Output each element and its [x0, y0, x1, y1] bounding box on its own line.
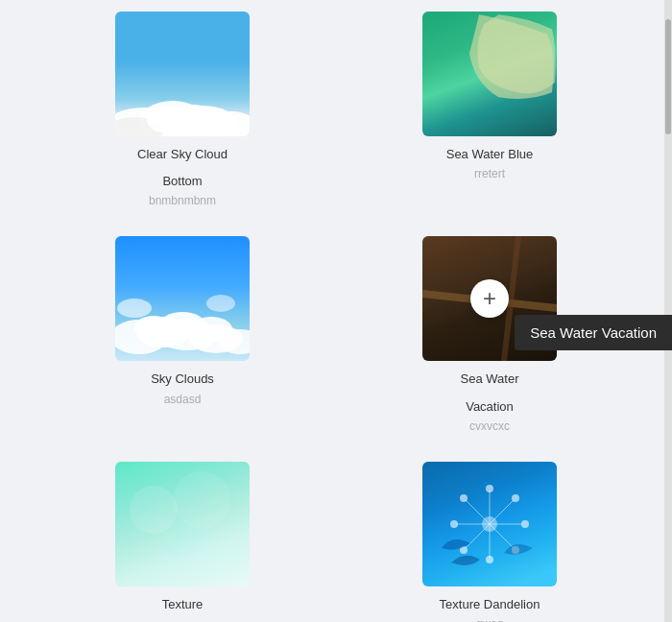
svg-point-14 [190, 317, 232, 342]
svg-point-33 [450, 520, 458, 528]
item-title2: Bottom [162, 173, 202, 190]
tooltip-text: Sea Water Vacation [530, 324, 657, 341]
list-item[interactable]: Sky Clouds asdasd [29, 225, 336, 449]
thumbnail [422, 12, 557, 136]
scrollbar-thumb[interactable] [665, 19, 671, 134]
item-subtitle: bnmbnmbnm [149, 194, 216, 207]
svg-point-34 [521, 520, 529, 528]
svg-line-27 [466, 500, 490, 524]
list-item[interactable]: Sea Water Blue rretert [336, 0, 643, 225]
scrollbar[interactable] [664, 0, 672, 622]
item-title: Sea Water Blue [446, 146, 534, 163]
thumbnail [115, 12, 250, 136]
item-subtitle: cvxvcxc [469, 419, 510, 433]
svg-point-16 [206, 295, 235, 312]
item-title: Sky Clouds [151, 371, 214, 388]
tooltip: Sea Water Vacation [515, 315, 672, 350]
svg-line-28 [490, 500, 514, 524]
image-grid: Clear Sky Cloud Bottom bnmbnmbnm Sea Wat… [0, 0, 672, 622]
svg-point-36 [512, 494, 519, 502]
svg-line-30 [490, 524, 514, 548]
svg-point-31 [486, 485, 493, 492]
thumbnail [422, 462, 557, 586]
list-item[interactable]: Texture Background Soft poipio [29, 450, 336, 622]
item-title: Sea Water [461, 371, 519, 388]
item-title: Texture Dandelion [440, 596, 540, 613]
item-title: Clear Sky Cloud [137, 146, 228, 163]
thumbnail [115, 236, 250, 361]
item-subtitle: rretert [474, 167, 505, 180]
item-title: Texture [162, 596, 204, 613]
svg-line-29 [466, 524, 490, 548]
svg-point-35 [460, 494, 468, 502]
thumbnail [115, 462, 250, 586]
item-title2: Vacation [466, 398, 514, 416]
item-subtitle: asdasd [164, 393, 202, 406]
svg-point-21 [173, 471, 230, 529]
svg-point-15 [117, 299, 152, 318]
list-item[interactable]: Texture Dandelion qweq [336, 450, 643, 622]
svg-point-6 [168, 105, 216, 132]
svg-point-32 [486, 556, 493, 563]
item-subtitle: qweq [476, 617, 504, 622]
list-item[interactable]: Clear Sky Cloud Bottom bnmbnmbnm [29, 0, 336, 225]
